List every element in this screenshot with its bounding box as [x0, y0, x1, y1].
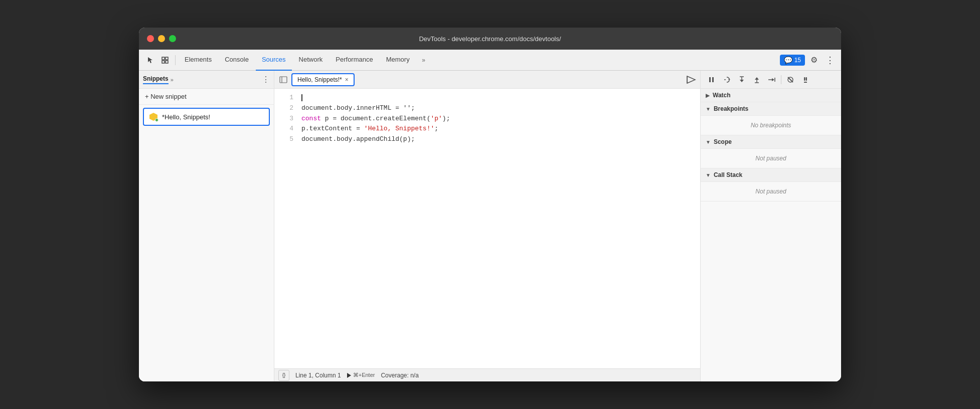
- code-line-1: 1: [274, 93, 700, 103]
- notifications-badge[interactable]: 💬 15: [780, 55, 805, 66]
- svg-rect-3: [166, 61, 168, 63]
- cursor-position: Line 1, Column 1: [295, 372, 341, 379]
- settings-icon[interactable]: ⚙: [807, 53, 821, 67]
- breakpoints-empty-message: No breakpoints: [701, 116, 841, 135]
- debug-separator: [781, 75, 781, 84]
- titlebar: DevTools - developer.chrome.com/docs/dev…: [139, 28, 841, 50]
- tab-network[interactable]: Network: [293, 50, 329, 71]
- collapse-sidebar-button[interactable]: [276, 73, 290, 87]
- callstack-not-paused: Not paused: [701, 182, 841, 201]
- tab-console[interactable]: Console: [219, 50, 255, 71]
- editor-tabs: Hello, Snippets!* ×: [274, 71, 700, 89]
- snippet-active-dot: [155, 118, 158, 122]
- svg-marker-17: [755, 77, 759, 80]
- chat-icon: 💬: [784, 56, 792, 64]
- deactivate-breakpoints-button[interactable]: [783, 73, 797, 87]
- format-code-button[interactable]: {}: [278, 370, 289, 381]
- window-title: DevTools - developer.chrome.com/docs/dev…: [419, 35, 561, 43]
- watch-arrow-icon: ▶: [706, 93, 710, 98]
- breakpoints-section-title: Breakpoints: [714, 105, 748, 112]
- run-shortcut: ⌘+Enter: [353, 372, 375, 378]
- svg-rect-10: [712, 77, 714, 82]
- breakpoints-arrow-icon: ▼: [706, 106, 711, 112]
- inspect-icon[interactable]: [158, 53, 172, 67]
- svg-rect-5: [280, 77, 287, 83]
- tab-elements[interactable]: Elements: [179, 50, 218, 71]
- callstack-section-header[interactable]: ▼ Call Stack: [701, 168, 841, 182]
- traffic-lights: [147, 35, 176, 42]
- snippets-panel: Snippets » ⋮ + New snippet *Hello, Snipp…: [139, 71, 274, 381]
- breakpoints-section-header[interactable]: ▼ Breakpoints: [701, 102, 841, 116]
- snippet-hello-item[interactable]: *Hello, Snippets!: [143, 108, 270, 126]
- devtools-toolbar: Elements Console Sources Network Perform…: [139, 50, 841, 71]
- cursor-icon[interactable]: [143, 53, 157, 67]
- pause-on-exception-button[interactable]: [798, 73, 812, 87]
- code-line-4: 4 p.textContent = 'Hello, Snippets!';: [274, 124, 700, 134]
- toolbar-separator: [175, 55, 176, 65]
- code-line-2: 2 document.body.innerHTML = '';: [274, 103, 700, 114]
- svg-rect-25: [806, 77, 807, 81]
- tab-sources[interactable]: Sources: [256, 50, 292, 71]
- editor-panel: Hello, Snippets!* × 1 2 d: [274, 71, 701, 381]
- maximize-button[interactable]: [169, 35, 176, 42]
- watch-section-title: Watch: [713, 92, 731, 99]
- callstack-arrow-icon: ▼: [706, 172, 711, 178]
- code-line-3: 3 const p = document.createElement('p');: [274, 114, 700, 124]
- svg-rect-0: [162, 57, 165, 60]
- pause-button[interactable]: [705, 73, 719, 87]
- editor-status-bar: {} Line 1, Column 1 ⌘+Enter Coverage: n/…: [274, 368, 700, 381]
- step-out-button[interactable]: [750, 73, 764, 87]
- run-triangle-icon: [347, 373, 351, 378]
- tab-memory[interactable]: Memory: [380, 50, 416, 71]
- close-button[interactable]: [147, 35, 154, 42]
- svg-rect-26: [804, 82, 807, 83]
- scope-section-title: Scope: [714, 138, 732, 145]
- callstack-section-title: Call Stack: [714, 171, 742, 178]
- more-options-icon[interactable]: ⋮: [823, 53, 837, 67]
- debug-toolbar: [701, 71, 841, 89]
- coverage-label: Coverage: n/a: [381, 372, 418, 379]
- scope-section-header[interactable]: ▼ Scope: [701, 135, 841, 149]
- svg-rect-2: [162, 61, 165, 63]
- new-snippet-button[interactable]: + New snippet: [139, 89, 274, 105]
- code-editor[interactable]: 1 2 document.body.innerHTML = ''; 3 cons…: [274, 89, 700, 368]
- svg-marker-7: [687, 76, 695, 83]
- step-over-button[interactable]: [720, 73, 734, 87]
- svg-rect-9: [709, 77, 711, 82]
- snippets-more-icon[interactable]: »: [171, 77, 174, 83]
- devtools-window: DevTools - developer.chrome.com/docs/dev…: [139, 28, 841, 381]
- toolbar-right: 💬 15 ⚙ ⋮: [780, 53, 837, 67]
- snippets-menu-icon[interactable]: ⋮: [262, 75, 270, 84]
- step-button[interactable]: [765, 73, 779, 87]
- run-command[interactable]: ⌘+Enter: [347, 372, 375, 378]
- new-snippet-label: + New snippet: [145, 93, 187, 100]
- debugger-panel: ▶ Watch ▼ Breakpoints No breakpoints ▼ S…: [701, 71, 841, 381]
- step-into-button[interactable]: [735, 73, 749, 87]
- svg-rect-24: [804, 77, 805, 81]
- editor-tab-name: Hello, Snippets!*: [297, 76, 342, 83]
- svg-marker-11: [728, 78, 730, 80]
- code-line-5: 5 document.body.appendChild(p);: [274, 134, 700, 145]
- minimize-button[interactable]: [158, 35, 165, 42]
- devtools-body: Snippets » ⋮ + New snippet *Hello, Snipp…: [139, 71, 841, 381]
- snippets-title: Snippets: [143, 75, 169, 84]
- svg-marker-20: [772, 78, 774, 81]
- snippets-header: Snippets » ⋮: [139, 71, 274, 89]
- badge-count: 15: [794, 57, 801, 64]
- scope-arrow-icon: ▼: [706, 139, 711, 145]
- svg-marker-14: [740, 80, 744, 82]
- more-tabs-icon[interactable]: »: [417, 53, 431, 67]
- svg-rect-1: [166, 57, 168, 60]
- tab-performance[interactable]: Performance: [330, 50, 379, 71]
- snippet-name: *Hello, Snippets!: [162, 113, 210, 121]
- editor-tab-close-button[interactable]: ×: [345, 76, 349, 83]
- watch-section-header[interactable]: ▶ Watch: [701, 89, 841, 102]
- editor-tab-hello-snippets[interactable]: Hello, Snippets!* ×: [291, 73, 355, 86]
- run-snippet-button[interactable]: [684, 73, 698, 87]
- scope-not-paused: Not paused: [701, 149, 841, 168]
